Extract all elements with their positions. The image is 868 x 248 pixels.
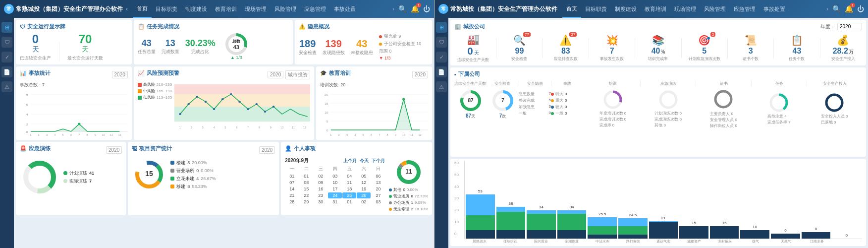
cal-day[interactable]: 20: [371, 186, 385, 192]
cm-safe-days: 🏭 0 天 连续安全生产天数: [454, 33, 492, 62]
cal-day[interactable]: 10: [328, 180, 342, 186]
sidebar-shield[interactable]: 🛡: [1, 37, 12, 48]
risk-low-color: [138, 96, 142, 100]
sub-header-hazard: 安全隐患: [519, 81, 551, 86]
right-sidebar-home[interactable]: ⊞: [436, 22, 447, 33]
education-year[interactable]: 2020: [412, 71, 428, 78]
right-nav-education[interactable]: 教育培训: [641, 0, 670, 18]
cal-day[interactable]: 23: [314, 192, 327, 198]
bar-12: 8: [802, 227, 831, 239]
sidebar-home[interactable]: ⊞: [1, 22, 12, 33]
cal-day[interactable]: 08: [299, 180, 313, 186]
right-search-icon[interactable]: 🔍: [832, 5, 841, 13]
cal-day[interactable]: 21: [285, 192, 299, 198]
cal-day-24[interactable]: 24: [328, 192, 342, 198]
right-nav-objectives[interactable]: 目标职责: [581, 0, 611, 18]
cal-day[interactable]: 01: [342, 199, 356, 205]
sidebar-check[interactable]: ✓: [1, 52, 12, 62]
cm-sep6: [727, 38, 728, 58]
cal-day[interactable]: 29: [299, 199, 313, 205]
dot-red: [379, 35, 382, 38]
svg-rect-25: [174, 107, 310, 122]
risk-year[interactable]: 2020: [268, 71, 283, 78]
right-bell-icon[interactable]: 🔔1: [845, 5, 853, 13]
right-nav-systems[interactable]: 制度建设: [611, 0, 641, 18]
cal-day[interactable]: 11: [342, 180, 356, 186]
emergency-year[interactable]: 2020: [106, 146, 122, 154]
svg-text:15: 15: [325, 102, 328, 105]
task-circle-inner: 总数 43: [228, 36, 244, 52]
cal-day[interactable]: 02: [357, 199, 371, 205]
cal-day[interactable]: 09: [314, 180, 327, 186]
risk-high-color: [138, 83, 142, 87]
project-year[interactable]: 2020: [259, 146, 275, 154]
right-nav-home[interactable]: 首页: [562, 0, 581, 18]
cal-day[interactable]: 19: [357, 186, 371, 192]
nav-objectives[interactable]: 目标职责: [152, 0, 181, 18]
cal-day[interactable]: 18: [342, 186, 356, 192]
nav-field[interactable]: 现场管理: [241, 0, 271, 18]
nav-home[interactable]: 首页: [133, 0, 152, 18]
cal-day[interactable]: 03: [371, 199, 385, 205]
cm-drill-badge: 2: [710, 32, 715, 37]
bar-xl-1: 晨熟供水: [465, 239, 494, 244]
bar-4-seg1: [557, 230, 587, 239]
accident-year[interactable]: 2020: [112, 71, 128, 78]
cal-day[interactable]: 30: [314, 199, 327, 205]
sidebar-file[interactable]: 📄: [1, 66, 12, 77]
bar-10-seg1: [740, 230, 769, 239]
risk-company[interactable]: 城市投资: [285, 70, 310, 79]
cal-day[interactable]: 17: [328, 186, 342, 192]
cal-day[interactable]: 03: [328, 173, 342, 179]
cm-hazard-badge: 27: [569, 32, 577, 37]
right-sidebar-alert[interactable]: ⚠: [436, 81, 447, 92]
cal-day[interactable]: 01: [299, 173, 313, 179]
right-sidebar-check[interactable]: ✓: [436, 52, 447, 62]
cal-day[interactable]: 05: [357, 173, 371, 179]
sub-cert-donut: [712, 88, 734, 110]
nav-systems[interactable]: 制度建设: [181, 0, 211, 18]
cal-day[interactable]: 12: [357, 180, 371, 186]
cal-day[interactable]: 31: [328, 199, 342, 205]
nav-emergency[interactable]: 应急管理: [300, 0, 330, 18]
cal-day[interactable]: 07: [285, 180, 299, 186]
sub-more-metrics: 培训 应急演练 证书 任务 安全生产投入: [585, 81, 862, 152]
nav-education[interactable]: 教育培训: [211, 0, 241, 18]
sub-header-accident: 事故: [551, 81, 583, 86]
sub-acc-normal: 一般0: [551, 111, 583, 116]
nav-risk[interactable]: 风险管理: [271, 0, 300, 18]
cal-day[interactable]: 31: [285, 173, 299, 179]
right-nav-accident[interactable]: 事故处置: [760, 0, 789, 18]
year-input[interactable]: [837, 23, 862, 30]
cal-day[interactable]: 06: [371, 173, 385, 179]
bar-11-seg1: [771, 234, 800, 239]
power-icon[interactable]: ⏻: [423, 5, 430, 13]
right-nav-more[interactable]: ›: [826, 5, 828, 12]
cal-day-26[interactable]: 26: [357, 192, 371, 198]
cal-day[interactable]: 22: [299, 192, 313, 198]
bell-icon[interactable]: 🔔1: [411, 5, 419, 13]
cal-day[interactable]: 27: [371, 192, 385, 198]
company-header: 🏢 城投公司 年度：: [454, 23, 862, 30]
right-nav-risk[interactable]: 风险管理: [700, 0, 730, 18]
nav-accident[interactable]: 事故处置: [330, 0, 360, 18]
cal-day[interactable]: 15: [299, 186, 313, 192]
cal-day[interactable]: 14: [285, 186, 299, 192]
nav-chevron[interactable]: ‹: [126, 5, 128, 12]
right-power-icon[interactable]: ⏻: [857, 5, 864, 13]
right-main-content: 🏢 城投公司 年度： 🏭 0: [448, 18, 868, 248]
right-nav-field[interactable]: 现场管理: [670, 0, 700, 18]
cal-day[interactable]: 13: [371, 180, 385, 186]
right-nav-emergency[interactable]: 应急管理: [730, 0, 760, 18]
right-sidebar-shield[interactable]: 🛡: [436, 37, 447, 48]
cal-day[interactable]: 28: [285, 199, 299, 205]
svg-point-33: [196, 96, 198, 98]
cal-day[interactable]: 02: [314, 173, 327, 179]
search-icon[interactable]: 🔍: [398, 5, 407, 13]
cal-day[interactable]: 04: [342, 173, 356, 179]
cal-day[interactable]: 16: [314, 186, 327, 192]
cal-day-25[interactable]: 25: [342, 192, 356, 198]
right-sidebar-file[interactable]: 📄: [436, 66, 447, 77]
nav-more[interactable]: ›: [392, 5, 394, 12]
sidebar-alert[interactable]: ⚠: [1, 81, 12, 92]
